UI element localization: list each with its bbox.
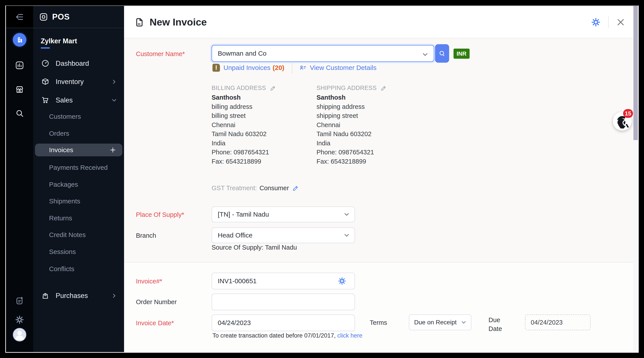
invoice-settings-button[interactable] bbox=[591, 17, 601, 27]
sidebar: POS Zylker Mart Dashboard Inventory bbox=[33, 6, 124, 352]
app-window: POS Zylker Mart Dashboard Inventory bbox=[5, 5, 639, 353]
page-title: New Invoice bbox=[150, 16, 207, 28]
sidebar-item-sessions[interactable]: Sessions bbox=[33, 246, 124, 258]
app-title: POS bbox=[52, 12, 70, 22]
sidebar-subitem-label: Shipments bbox=[49, 198, 80, 205]
branch-value: Head Office bbox=[218, 232, 252, 239]
warning-icon bbox=[212, 64, 220, 72]
unpaid-invoices-count: (20) bbox=[272, 64, 284, 72]
reports-rail-button[interactable] bbox=[6, 60, 33, 70]
billing-address-title: BILLING ADDRESS bbox=[212, 85, 266, 92]
order-number-input[interactable] bbox=[212, 294, 355, 310]
bar-chart-icon bbox=[15, 60, 24, 70]
header-divider bbox=[608, 16, 608, 28]
purchases-bag-icon bbox=[41, 291, 50, 300]
address-line: Fax: 6543218899 bbox=[316, 157, 374, 166]
store-icon bbox=[15, 85, 24, 94]
sidebar-item-label: Dashboard bbox=[56, 60, 89, 68]
sidebar-item-dashboard[interactable]: Dashboard bbox=[33, 57, 124, 70]
sidebar-item-credit-notes[interactable]: Credit Notes bbox=[33, 228, 124, 241]
order-number-label: Order Number bbox=[136, 298, 176, 306]
assistant-widget[interactable]: 15 bbox=[613, 112, 632, 130]
customer-search-button[interactable] bbox=[435, 44, 449, 63]
customer-name-input[interactable] bbox=[212, 45, 434, 62]
settings-rail-button[interactable] bbox=[6, 315, 33, 324]
search-icon bbox=[15, 108, 24, 118]
collapse-sidebar-icon bbox=[15, 12, 24, 22]
address-line: Chennai bbox=[212, 120, 269, 130]
sidebar-subitem-label: Invoices bbox=[49, 146, 73, 154]
page-header: New Invoice bbox=[124, 6, 633, 38]
inventory-box-icon bbox=[41, 78, 50, 86]
collapse-sidebar-button[interactable] bbox=[6, 6, 33, 28]
gst-treatment-label: GST Treatment: bbox=[212, 184, 257, 192]
branch-select[interactable]: Head Office bbox=[212, 228, 355, 243]
invoice-number-settings-button[interactable] bbox=[338, 277, 346, 285]
billing-address-block: Santhosh billing address billing street … bbox=[212, 93, 269, 166]
sidebar-subitem-label: Packages bbox=[49, 181, 78, 188]
address-line: Chennai bbox=[316, 120, 374, 130]
search-rail-button[interactable] bbox=[6, 108, 33, 118]
invoice-date-label: Invoice Date* bbox=[136, 320, 174, 327]
place-of-supply-select[interactable]: [TN] - Tamil Nadu bbox=[212, 206, 355, 222]
place-of-supply-value: [TN] - Tamil Nadu bbox=[218, 211, 269, 218]
org-name: Zylker Mart bbox=[41, 37, 77, 45]
sidebar-item-returns[interactable]: Returns bbox=[33, 212, 124, 224]
sidebar-item-inventory[interactable]: Inventory bbox=[33, 75, 124, 88]
contact-card-icon bbox=[299, 64, 307, 72]
chevron-down-icon bbox=[111, 97, 118, 104]
scrollbar-thumb[interactable] bbox=[634, 6, 638, 140]
place-of-supply-label: Place Of Supply* bbox=[136, 211, 184, 218]
sidebar-item-shipments[interactable]: Shipments bbox=[33, 195, 124, 208]
sidebar-item-sales[interactable]: Sales bbox=[33, 94, 124, 107]
sidebar-subitem-label: Returns bbox=[49, 214, 72, 222]
address-line: Phone: 0987654321 bbox=[212, 148, 269, 157]
billing-address-header: BILLING ADDRESS bbox=[212, 85, 276, 92]
sidebar-subitem-label: Customers bbox=[49, 113, 81, 120]
main-panel: New Invoice Customer Name* bbox=[124, 6, 633, 352]
sidebar-subitem-label: Orders bbox=[49, 130, 69, 137]
shipping-address-title: SHIPPING ADDRESS bbox=[316, 85, 377, 92]
sidebar-item-payments-received[interactable]: Payments Received bbox=[33, 161, 124, 174]
magnifier-icon bbox=[438, 50, 446, 58]
currency-badge: INR bbox=[454, 48, 470, 59]
address-line: Tamil Nadu 603202 bbox=[316, 130, 374, 139]
view-customer-details-link[interactable]: View Customer Details bbox=[310, 64, 376, 72]
pencil-icon[interactable] bbox=[270, 85, 276, 92]
shipping-address-block: Santhosh shipping address shipping stree… bbox=[316, 93, 374, 166]
org-accent-bar bbox=[41, 47, 50, 48]
address-line: Tamil Nadu 603202 bbox=[212, 130, 269, 139]
chevron-right-icon bbox=[111, 292, 118, 299]
customer-name-label: Customer Name* bbox=[136, 50, 185, 58]
chevron-right-icon bbox=[111, 78, 118, 85]
address-line: India bbox=[212, 139, 269, 148]
sidebar-item-conflicts[interactable]: Conflicts bbox=[33, 262, 124, 275]
store-rail-button[interactable] bbox=[6, 85, 33, 94]
gst-treatment-row: GST Treatment: Consumer bbox=[212, 184, 299, 192]
new-document-rail-button[interactable] bbox=[6, 296, 33, 306]
sidebar-item-label: Purchases bbox=[56, 292, 88, 300]
terms-select[interactable]: Due on Receipt bbox=[409, 314, 471, 330]
sidebar-item-customers[interactable]: Customers bbox=[33, 110, 124, 123]
sidebar-item-invoices[interactable]: Invoices bbox=[35, 144, 122, 156]
invoice-number-input[interactable] bbox=[212, 273, 355, 290]
pencil-icon[interactable] bbox=[292, 185, 299, 192]
invoice-date-input[interactable] bbox=[212, 314, 355, 331]
add-invoice-icon[interactable] bbox=[109, 146, 116, 154]
sidebar-item-purchases[interactable]: Purchases bbox=[33, 289, 124, 302]
user-avatar[interactable] bbox=[13, 328, 26, 342]
close-button[interactable] bbox=[616, 18, 625, 27]
notification-badge: 15 bbox=[623, 109, 633, 118]
scrollbar-track[interactable] bbox=[633, 6, 638, 352]
unpaid-invoices-link[interactable]: Unpaid Invoices bbox=[224, 64, 270, 72]
sidebar-item-orders[interactable]: Orders bbox=[33, 127, 124, 140]
pos-app-active-button[interactable] bbox=[13, 33, 26, 46]
sidebar-subitem-label: Payments Received bbox=[49, 164, 108, 171]
new-document-icon bbox=[15, 296, 24, 306]
gst-treatment-value: Consumer bbox=[260, 184, 289, 192]
pencil-icon[interactable] bbox=[380, 85, 387, 92]
click-here-link[interactable]: click here bbox=[337, 332, 362, 339]
due-date-input[interactable] bbox=[525, 314, 590, 330]
sidebar-item-packages[interactable]: Packages bbox=[33, 178, 124, 191]
invoice-date-helper: To create transaction dated before 07/01… bbox=[212, 332, 362, 339]
